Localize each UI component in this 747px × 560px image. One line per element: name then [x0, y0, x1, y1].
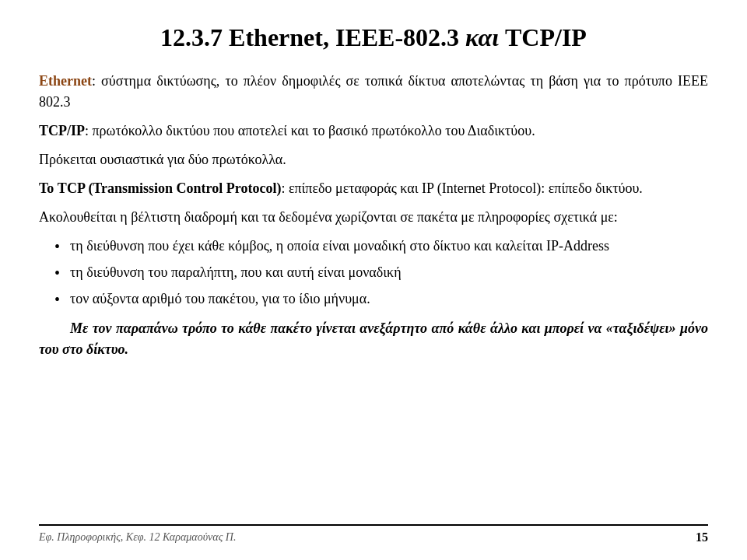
bullet-dot-3: •	[54, 289, 65, 310]
footer-left-text: Εφ. Πληροφορικής, Κεφ. 12 Καραμαούνας Π.	[39, 531, 236, 544]
paragraph-akolouthei: Ακολουθείται η βέλτιστη διαδρομή και τα …	[39, 207, 708, 228]
bullet-dot-1: •	[54, 236, 65, 257]
bullet-list: • τη διεύθυνση που έχει κάθε κόμβος, η ο…	[54, 236, 708, 310]
tcp-text: : επίπεδο μεταφοράς και IP (Internet Pro…	[281, 180, 642, 196]
tcpip-term: TCP/IP	[39, 123, 85, 138]
tcp-term: Το TCP (Transmission Control Protocol)	[39, 180, 281, 196]
prokeitai-text: Πρόκειται ουσιαστικά για δύο πρωτόκολλα.	[39, 152, 286, 167]
ethernet-term: Ethernet	[39, 73, 92, 89]
paragraph-prokeitai: Πρόκειται ουσιαστικά για δύο πρωτόκολλα.	[39, 149, 708, 170]
tcpip-text: : πρωτόκολλο δικτύου που αποτελεί και το…	[85, 123, 535, 138]
akolouthei-text: Ακολουθείται η βέλτιστη διαδρομή και τα …	[39, 209, 618, 225]
slide-content: Ethernet: σύστημα δικτύωσης, το πλέον δη…	[39, 71, 708, 524]
paragraph-ethernet: Ethernet: σύστημα δικτύωσης, το πλέον δη…	[39, 71, 708, 113]
paragraph-tcpip: TCP/IP: πρωτόκολλο δικτύου που αποτελεί …	[39, 121, 708, 142]
list-item: • τον αύξοντα αριθμό του πακέτου, για το…	[54, 289, 708, 310]
final-text: Με τον παραπάνω τρόπο το κάθε πακέτο γίν…	[39, 320, 708, 357]
paragraph-tcp: Το TCP (Transmission Control Protocol): …	[39, 178, 708, 199]
list-item: • τη διεύθυνση του παραλήπτη, που και αυ…	[54, 262, 708, 284]
paragraph-final: Με τον παραπάνω τρόπο το κάθε πακέτο γίν…	[39, 318, 708, 360]
bullet-text-2: τη διεύθυνση του παραλήπτη, που και αυτή…	[70, 262, 708, 283]
bullet-text-3: τον αύξοντα αριθμό του πακέτου, για το ί…	[70, 289, 708, 310]
list-item: • τη διεύθυνση που έχει κάθε κόμβος, η ο…	[54, 236, 708, 257]
title-italic: και	[465, 23, 499, 51]
bullet-dot-2: •	[54, 262, 65, 284]
bullet-text-1: τη διεύθυνση που έχει κάθε κόμβος, η οπο…	[70, 236, 708, 257]
footer-page-number: 15	[696, 530, 708, 544]
ethernet-text: : σύστημα δικτύωσης, το πλέον δημοφιλές …	[39, 73, 708, 110]
title-text: 12.3.7 Ethernet, ΙΕΕΕ-802.3 και TCP/IP	[160, 23, 587, 51]
slide: 12.3.7 Ethernet, ΙΕΕΕ-802.3 και TCP/IP E…	[0, 0, 747, 560]
slide-title: 12.3.7 Ethernet, ΙΕΕΕ-802.3 και TCP/IP	[39, 23, 708, 52]
slide-footer: Εφ. Πληροφορικής, Κεφ. 12 Καραμαούνας Π.…	[39, 524, 708, 544]
